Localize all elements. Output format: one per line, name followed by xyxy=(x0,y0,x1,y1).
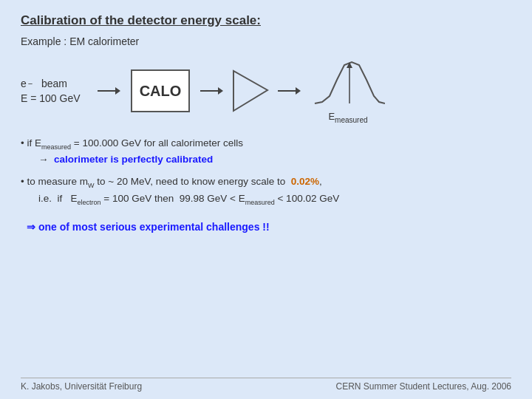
calo-box: CALO xyxy=(131,69,190,112)
slide-subtitle: Example : EM calorimeter xyxy=(21,35,511,47)
arrow-head xyxy=(115,87,120,95)
bullet-item-1: • if Emeasured = 100.000 GeV for all cal… xyxy=(21,136,511,167)
beam-to-calo-arrow xyxy=(98,87,120,95)
calo-label: CALO xyxy=(140,83,182,100)
electron-symbol: e xyxy=(21,78,27,89)
implies-text: ⇒ one of most serious experimental chall… xyxy=(27,221,270,233)
detector-to-gaussian-arrow xyxy=(278,87,301,95)
svg-marker-2 xyxy=(347,62,352,68)
triangle-svg xyxy=(232,69,269,112)
gaussian-area: Emeasured xyxy=(311,58,385,124)
bullets-section: • if Emeasured = 100.000 GeV for all cal… xyxy=(21,136,511,215)
energy-label: E = 100 GeV xyxy=(21,92,81,104)
bullet2-comma: , xyxy=(319,176,322,187)
footer-left: K. Jakobs, Universität Freiburg xyxy=(21,381,142,392)
bullet2-highlight: 0.02% xyxy=(291,176,319,187)
slide-title: Calibration of the detector energy scale… xyxy=(21,13,511,28)
footer-right: CERN Summer Student Lectures, Aug. 2006 xyxy=(336,381,511,392)
arrow-head2 xyxy=(218,87,223,95)
bullet2-line1: • to measure mW to ~ 20 MeV, need to kno… xyxy=(21,176,291,187)
beam-text: beam xyxy=(41,78,67,89)
arrow-line2 xyxy=(200,90,218,92)
arrow-line xyxy=(98,90,115,92)
bullet1-arrow: → xyxy=(38,154,54,165)
slide: Calibration of the detector energy scale… xyxy=(0,0,532,399)
diagram-row: e− beam E = 100 GeV CALO xyxy=(21,58,511,124)
emeasured-subscript: measured xyxy=(335,116,367,124)
arrow-head3 xyxy=(296,87,301,95)
implies-row: ⇒ one of most serious experimental chall… xyxy=(27,221,511,233)
bullet2-line2: i.e. if Eelectron = 100 GeV then 99.98 G… xyxy=(38,193,339,204)
arrow-line3 xyxy=(278,90,296,92)
calo-to-detector-arrow xyxy=(200,87,223,95)
footer: K. Jakobs, Universität Freiburg CERN Sum… xyxy=(21,378,511,392)
detector-triangle xyxy=(232,69,269,112)
bullet1-prefix: • if Emeasured = 100.000 GeV for all cal… xyxy=(21,137,243,149)
electron-label: e− beam xyxy=(21,78,67,89)
emeasured-label: Emeasured xyxy=(328,111,367,124)
gaussian-svg xyxy=(311,58,385,108)
bullet1-highlight: calorimeter is perfectly calibrated xyxy=(54,154,213,165)
svg-marker-0 xyxy=(233,71,267,111)
bullet-item-2: • to measure mW to ~ 20 MeV, need to kno… xyxy=(21,174,511,207)
beam-label-group: e− beam E = 100 GeV xyxy=(21,78,95,104)
